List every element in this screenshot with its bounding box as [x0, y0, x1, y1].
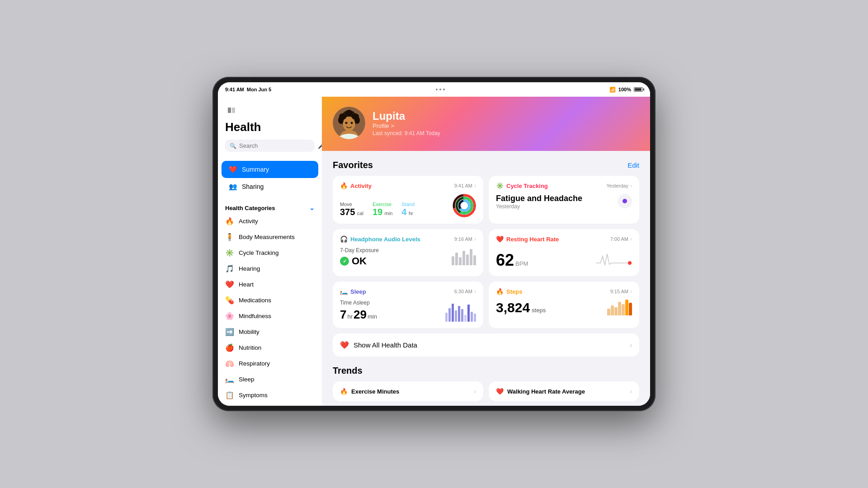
- cat-item-medications[interactable]: 💊 Medications: [218, 292, 322, 308]
- cat-symptoms-label: Symptoms: [239, 392, 268, 399]
- svg-point-5: [345, 122, 348, 124]
- cat-item-respiratory[interactable]: 🫁 Respiratory: [218, 356, 322, 371]
- sidebar-sharing-label: Sharing: [242, 183, 264, 190]
- cat-item-body[interactable]: 🧍 Body Measurements: [218, 229, 322, 245]
- trend-exercise-card[interactable]: 🔥 Exercise Minutes ›: [333, 381, 483, 401]
- stand-value: 4: [401, 207, 406, 217]
- categories-header: Health Categories ⌄: [218, 199, 322, 213]
- medications-cat-icon: 💊: [225, 296, 234, 305]
- sidebar-item-summary[interactable]: ❤️ Summary: [222, 161, 318, 178]
- status-time: 9:41 AM: [225, 87, 244, 92]
- cycle-cat-icon: ✳️: [225, 249, 234, 257]
- heart-content: 62 BPM: [496, 247, 632, 270]
- trend-heart-card[interactable]: ❤️ Walking Heart Rate Average ›: [489, 381, 639, 401]
- sleep-min-unit: min: [368, 313, 377, 320]
- sleep-cat-icon: 🛏️: [225, 375, 234, 384]
- cat-item-activity[interactable]: 🔥 Activity: [218, 213, 322, 229]
- activity-card[interactable]: 🔥 Activity 9:41 AM › Move: [333, 176, 483, 224]
- cycle-tracking-card[interactable]: ✳️ Cycle Tracking Yesterday ›: [489, 176, 639, 224]
- wifi-icon: 📶: [609, 87, 616, 93]
- steps-content: 3,824 steps: [496, 300, 632, 315]
- sleep-chevron-icon: ›: [474, 288, 476, 295]
- steps-card-title: Steps: [506, 288, 522, 295]
- svg-rect-0: [228, 108, 231, 113]
- categories-list: 🔥 Activity 🧍 Body Measurements ✳️ Cycle …: [218, 213, 322, 403]
- cat-item-cycle[interactable]: ✳️ Cycle Tracking: [218, 245, 322, 261]
- mindfulness-cat-icon: 🌸: [225, 312, 234, 320]
- trend-heart-chevron-icon: ›: [630, 388, 632, 395]
- mobility-cat-icon: ➡️: [225, 328, 234, 336]
- cat-medications-label: Medications: [239, 297, 271, 304]
- search-bar[interactable]: 🔍 🎤: [225, 140, 315, 152]
- cat-activity-label: Activity: [239, 218, 258, 225]
- sleep-card[interactable]: 🛏️ Sleep 6:30 AM › Time Aslee: [333, 282, 483, 328]
- ok-circle: ✓: [340, 257, 349, 266]
- sleep-card-title: Sleep: [350, 288, 366, 295]
- show-all-card[interactable]: ❤️ Show All Health Data ›: [333, 333, 639, 357]
- status-date: Mon Jun 5: [247, 87, 271, 92]
- move-label: Move: [340, 202, 363, 207]
- main-content[interactable]: Lupita Profile > Last synced: 9:41 AM To…: [322, 97, 650, 406]
- cat-mobility-label: Mobility: [239, 328, 259, 335]
- sidebar-toggle-button[interactable]: [225, 104, 238, 117]
- ipad-frame: 9:41 AM Mon Jun 5 📶 100%: [212, 77, 656, 411]
- dot-3: [443, 89, 445, 90]
- headphone-card-icon: 🎧: [340, 235, 348, 243]
- stand-metric: Stand 4 hr: [401, 202, 415, 217]
- favorites-header: Favorites Edit: [333, 160, 639, 170]
- cycle-content: Fatigue and Headache Yesterday: [496, 194, 632, 210]
- exercise-value: 19: [373, 207, 382, 217]
- headphone-card[interactable]: 🎧 Headphone Audio Levels 9:16 AM ›: [333, 229, 483, 276]
- steps-chevron-icon: ›: [630, 288, 632, 295]
- cat-cycle-label: Cycle Tracking: [239, 249, 279, 256]
- exercise-metric: Exercise 19 min: [373, 202, 392, 217]
- svg-point-6: [351, 122, 353, 124]
- resting-heart-card[interactable]: ❤️ Resting Heart Rate 7:00 AM ›: [489, 229, 639, 276]
- headphone-chart: [452, 249, 476, 265]
- exercise-unit: min: [385, 211, 393, 216]
- move-value: 375: [340, 207, 355, 217]
- symptoms-cat-icon: 📋: [225, 391, 234, 399]
- favorites-title: Favorites: [333, 160, 373, 170]
- cat-item-sleep[interactable]: 🛏️ Sleep: [218, 371, 322, 387]
- cat-sleep-label: Sleep: [239, 376, 255, 383]
- app-content: Health 🔍 🎤 ❤️ Summary 👥 Sharing: [218, 97, 650, 406]
- cat-item-heart[interactable]: ❤️ Heart: [218, 277, 322, 292]
- trend-heart-label: Walking Heart Rate Average: [507, 388, 585, 395]
- steps-card[interactable]: 🔥 Steps 9:15 AM › 3,824: [489, 282, 639, 328]
- sleep-minutes: 29: [354, 308, 367, 322]
- battery-percent: 100%: [618, 87, 631, 92]
- trends-header: Trends: [333, 366, 639, 376]
- sleep-card-time: 6:30 AM: [454, 289, 472, 294]
- sidebar-item-sharing[interactable]: 👥 Sharing: [222, 178, 318, 195]
- ok-text: OK: [352, 255, 367, 267]
- profile-link[interactable]: Profile >: [373, 122, 440, 129]
- svg-point-10: [338, 117, 344, 124]
- profile-info: Lupita Profile > Last synced: 9:41 AM To…: [373, 110, 440, 136]
- sidebar: Health 🔍 🎤 ❤️ Summary 👥 Sharing: [218, 97, 322, 406]
- cat-item-mindfulness[interactable]: 🌸 Mindfulness: [218, 308, 322, 324]
- cat-item-symptoms[interactable]: 📋 Symptoms: [218, 387, 322, 403]
- ok-badge: ✓ OK: [340, 255, 379, 267]
- cat-hearing-label: Hearing: [239, 265, 260, 272]
- cat-item-mobility[interactable]: ➡️ Mobility: [218, 324, 322, 340]
- svg-point-8: [345, 110, 353, 116]
- edit-button[interactable]: Edit: [627, 161, 639, 169]
- stand-unit: hr: [409, 211, 413, 216]
- categories-title: Health Categories: [225, 205, 275, 211]
- sidebar-summary-label: Summary: [242, 166, 269, 173]
- show-all-icon: ❤️: [340, 341, 349, 349]
- trend-exercise-chevron-icon: ›: [474, 388, 476, 395]
- app-title: Health: [225, 120, 315, 134]
- cat-item-nutrition[interactable]: 🍎 Nutrition: [218, 340, 322, 356]
- trends-grid: 🔥 Exercise Minutes › ❤️ Walking Heart Ra…: [333, 381, 639, 401]
- hearing-cat-icon: 🎵: [225, 264, 234, 273]
- heart-card-title: Resting Heart Rate: [506, 236, 559, 243]
- cat-item-hearing[interactable]: 🎵 Hearing: [218, 261, 322, 277]
- mic-icon: 🎤: [318, 143, 322, 149]
- ipad-screen: 9:41 AM Mon Jun 5 📶 100%: [218, 82, 650, 406]
- nutrition-cat-icon: 🍎: [225, 343, 234, 352]
- search-input[interactable]: [239, 142, 315, 149]
- activity-card-icon: 🔥: [340, 182, 348, 189]
- exposure-label: 7-Day Exposure: [340, 247, 379, 253]
